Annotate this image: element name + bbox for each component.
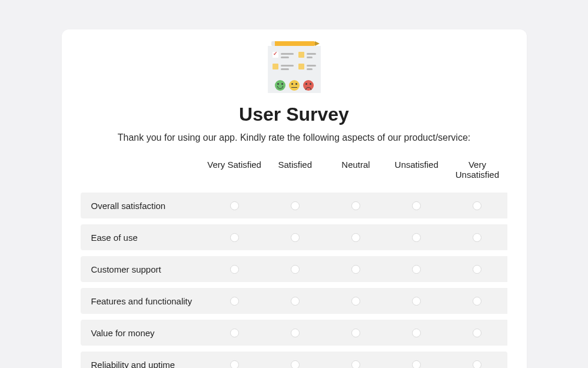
rating-radio[interactable] (230, 329, 239, 337)
rating-radio[interactable] (230, 201, 239, 210)
survey-grid: Very Satisfied Satisfied Neutral Unsatis… (81, 156, 508, 368)
survey-card: User Survey Thank you for using our app.… (62, 29, 527, 368)
rating-radio[interactable] (473, 201, 481, 210)
rating-radio[interactable] (351, 265, 360, 274)
page-title: User Survey (81, 104, 508, 125)
rating-radio[interactable] (291, 329, 300, 337)
rating-radio[interactable] (412, 329, 421, 337)
rating-radio[interactable] (230, 297, 239, 306)
rating-radio[interactable] (473, 360, 481, 369)
rating-radio[interactable] (473, 265, 481, 274)
rating-radio[interactable] (351, 201, 360, 210)
row-label: Features and functionality (81, 288, 204, 314)
rating-radio[interactable] (230, 233, 239, 242)
rating-radio[interactable] (230, 265, 239, 274)
survey-form-icon (268, 46, 321, 93)
row-label: Value for money (81, 320, 204, 346)
column-header-unsatisfied: Unsatisfied (386, 156, 447, 187)
rating-radio[interactable] (473, 297, 481, 306)
rating-radio[interactable] (412, 233, 421, 242)
page-subtitle: Thank you for using our app. Kindly rate… (81, 132, 508, 143)
row-label: Customer support (81, 256, 204, 282)
rating-radio[interactable] (291, 201, 300, 210)
rating-radio[interactable] (412, 265, 421, 274)
column-header-neutral: Neutral (325, 156, 386, 187)
row-label: Reliability and uptime (81, 352, 204, 368)
column-header-very-unsatisfied: Very Unsatisfied (447, 156, 507, 187)
rating-radio[interactable] (291, 233, 300, 242)
rating-radio[interactable] (412, 201, 421, 210)
column-header-satisfied: Satisfied (265, 156, 325, 187)
rating-radio[interactable] (351, 297, 360, 306)
rating-radio[interactable] (473, 233, 481, 242)
rating-radio[interactable] (351, 329, 360, 337)
rating-radio[interactable] (230, 360, 239, 369)
face-neutral-icon (289, 80, 300, 91)
rating-radio[interactable] (351, 233, 360, 242)
rating-radio[interactable] (291, 265, 300, 274)
rating-radio[interactable] (473, 329, 481, 337)
face-happy-icon (275, 80, 285, 91)
rating-radio[interactable] (412, 297, 421, 306)
row-label: Overall satisfaction (81, 193, 204, 218)
rating-radio[interactable] (351, 360, 360, 369)
face-sad-icon (303, 80, 314, 91)
rating-radio[interactable] (291, 360, 300, 369)
rating-radio[interactable] (412, 360, 421, 369)
row-label: Ease of use (81, 224, 204, 250)
rating-radio[interactable] (291, 297, 300, 306)
survey-header: User Survey Thank you for using our app.… (81, 46, 508, 143)
column-header-very-satisfied: Very Satisfied (204, 156, 265, 187)
